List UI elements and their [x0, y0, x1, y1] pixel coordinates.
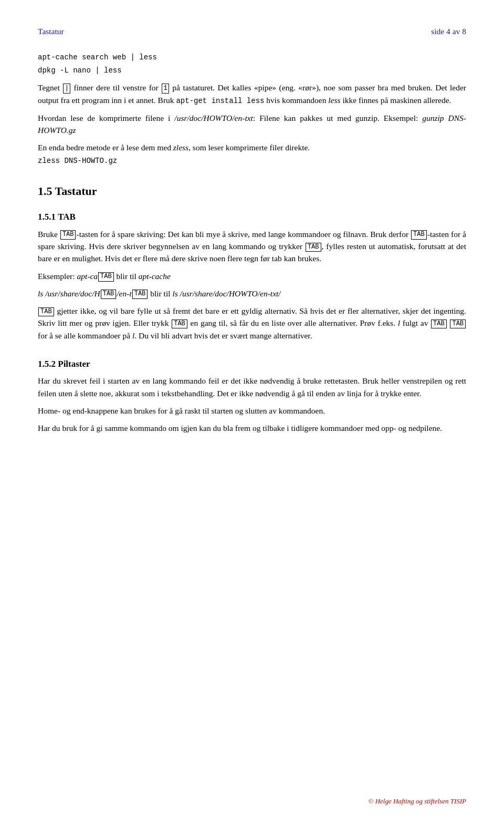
pipe-char-box: | — [63, 84, 70, 94]
tab-box-ex2a: TAB — [101, 290, 117, 299]
tab-box-ex2b: TAB — [132, 290, 148, 299]
subsection-151-number: 1.5.1 — [38, 212, 56, 222]
tab-paragraph-2: TAB gjetter ikke, og vil bare fylle ut s… — [38, 305, 466, 342]
section-15-number: 1.5 — [38, 184, 52, 198]
pipe-paragraph: Tegnet | finner dere til venstre for 1 p… — [38, 81, 466, 106]
header-title: Tastatur — [38, 25, 64, 37]
page: Tastatur side 4 av 8 apt-cache search we… — [0, 0, 504, 825]
zless-word: zless — [173, 143, 188, 152]
tab-box-6: TAB — [431, 319, 447, 329]
zless-code: zless DNS-HOWTO.gz — [38, 156, 466, 167]
page-footer: © Helge Hafting og stiftelsen TISIP — [369, 796, 466, 807]
subsection-151-heading: 1.5.1 TAB — [38, 210, 466, 224]
tab-box-7: TAB — [450, 319, 466, 329]
header-page-info: side 4 av 8 — [431, 25, 466, 37]
page-header: Tastatur side 4 av 8 — [38, 25, 466, 37]
example1-result: apt-cache — [139, 272, 171, 281]
tab-box-5: TAB — [172, 319, 187, 329]
howto-path: /usr/doc/HOWTO/en-txt — [174, 114, 253, 122]
example2-mid: /en-t — [117, 289, 131, 298]
subsection-152-heading: 1.5.2 Piltaster — [38, 357, 466, 371]
example2-paragraph: ls /usr/share/doc/HTAB/en-tTAB blir til … — [38, 287, 466, 300]
piltaster-paragraph-3: Har du bruk for å gi samme kommando om i… — [38, 422, 466, 434]
tab-box-1: TAB — [60, 230, 76, 240]
example1-pre: apt-ca — [77, 272, 98, 281]
tab-box-3: TAB — [306, 243, 321, 252]
subsection-151-title: TAB — [58, 212, 76, 222]
howto-paragraph: Hvordan lese de komprimerte filene i /us… — [38, 112, 466, 137]
pipe-char2-box: 1 — [162, 84, 169, 94]
code-line-2: dpkg -L nano | less — [38, 65, 466, 76]
l-example: l — [398, 318, 400, 327]
tab-box-4: TAB — [38, 307, 54, 317]
l-example2: l — [132, 331, 134, 340]
tab-box-2: TAB — [411, 230, 427, 240]
zless-paragraph: En enda bedre metode er å lese dem med z… — [38, 141, 466, 167]
intro-code-block: apt-cache search web | less dpkg -L nano… — [38, 52, 466, 76]
section-15-heading: 1.5 Tastatur — [38, 182, 466, 200]
apt-get-code: apt-get install less — [176, 97, 264, 105]
subsection-152-title: Piltaster — [58, 359, 90, 369]
piltaster-paragraph-2: Home- og end-knappene kan brukes for å g… — [38, 405, 466, 417]
section-15-title: Tastatur — [55, 184, 97, 198]
tab-box-ex1: TAB — [98, 272, 114, 282]
piltaster-paragraph-1: Har du skrevet feil i starten av en lang… — [38, 375, 466, 399]
example2-result: ls /usr/share/doc/HOWTO/en-txt/ — [172, 289, 280, 298]
footer-text: © Helge Hafting og stiftelsen TISIP — [369, 797, 466, 805]
example2-pre: ls /usr/share/doc/H — [38, 289, 100, 298]
code-line-1: apt-cache search web | less — [38, 52, 466, 63]
subsection-152-number: 1.5.2 — [38, 359, 56, 369]
less-italic: less — [328, 96, 340, 105]
examples-paragraph: Eksempler: apt-caTAB blir til apt-cache — [38, 270, 466, 282]
tab-paragraph-1: Bruke TAB-tasten for å spare skriving: D… — [38, 228, 466, 265]
